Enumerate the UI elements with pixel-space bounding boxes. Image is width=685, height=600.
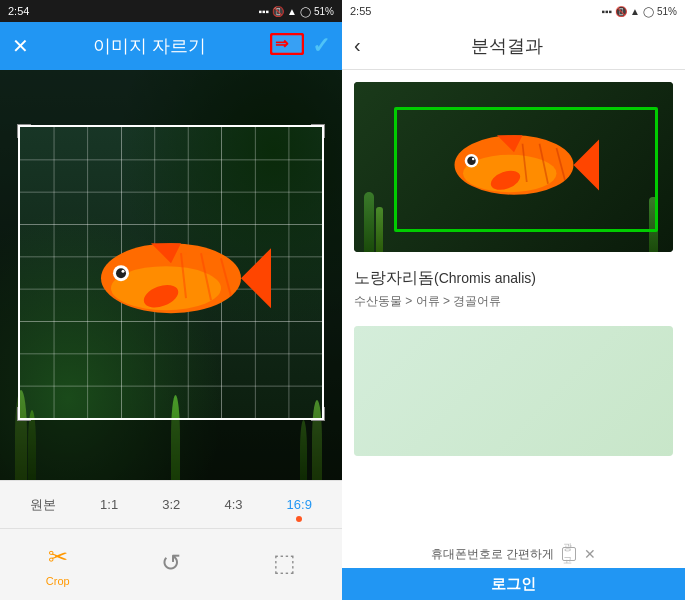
crop-tool-label: Crop [46, 575, 70, 587]
overlay-right [324, 125, 342, 420]
page-title-right: 분석결과 [377, 34, 637, 58]
confirm-area: ⇒ ✓ [270, 33, 330, 59]
back-button[interactable]: ‹ [354, 34, 361, 57]
top-bar-right: ‹ 분석결과 [342, 22, 685, 70]
confirm-button[interactable]: ✓ [312, 33, 330, 59]
svg-point-8 [116, 268, 126, 278]
overlay-top [0, 70, 342, 125]
bottom-toolbar-left: ✂ Crop ↺ ⬚ [0, 528, 342, 600]
crop-handle-bl[interactable] [17, 407, 31, 421]
status-bar-right: 2:55 ▪▪▪ 📵 ▲ ◯ 51% [342, 0, 685, 22]
svg-point-9 [122, 270, 125, 273]
ad-close-button[interactable]: ✕ [584, 546, 596, 562]
fish-svg [71, 228, 271, 328]
ad-top-bar: 휴대폰번호로 간편하게 광고 ✕ [342, 540, 685, 568]
page-title-left: 이미지 자르기 [93, 34, 206, 58]
close-button[interactable]: ✕ [12, 34, 29, 58]
svg-text:⇒: ⇒ [275, 35, 289, 52]
ratio-original[interactable]: 원본 [24, 492, 62, 518]
ratio-16-9[interactable]: 16:9 [281, 493, 318, 516]
ratio-1-1[interactable]: 1:1 [94, 493, 124, 516]
grid-line-h1 [20, 224, 322, 225]
flip-tool[interactable]: ⬚ [273, 549, 296, 581]
ad-banner: 휴대폰번호로 간편하게 광고 ✕ 로그인 [342, 540, 685, 600]
left-panel: 2:54 ▪▪▪ 📵 ▲ ◯ 51% ✕ 이미지 자르기 ⇒ ✓ [0, 0, 342, 600]
time-left: 2:54 [8, 5, 29, 17]
ratio-3-2[interactable]: 3:2 [156, 493, 186, 516]
ratio-bar: 원본 1:1 3:2 4:3 16:9 [0, 480, 342, 528]
seaweed-1 [364, 192, 374, 252]
overlay-left [0, 125, 18, 420]
overlay-bottom [0, 420, 342, 480]
ad-text: 휴대폰번호로 간편하게 [431, 546, 554, 563]
ratio-4-3[interactable]: 4:3 [218, 493, 248, 516]
fish-name: 노랑자리돔(Chromis analis) [354, 268, 673, 289]
arrow-icon: ⇒ [270, 33, 304, 55]
seaweed-2 [376, 207, 383, 252]
rotate-icon: ↺ [161, 549, 181, 577]
crop-handle-tr[interactable] [311, 124, 325, 138]
fish-taxonomy: 수산동물 > 어류 > 경골어류 [354, 293, 673, 310]
reference-fish-image [354, 326, 673, 456]
flip-icon: ⬚ [273, 549, 296, 577]
right-content[interactable]: 노랑자리돔(Chromis analis) 수산동물 > 어류 > 경골어류 [342, 70, 685, 540]
right-panel: 2:55 ▪▪▪ 📵 ▲ ◯ 51% ‹ 분석결과 [342, 0, 685, 600]
crop-handle-br[interactable] [311, 407, 325, 421]
status-bar-left: 2:54 ▪▪▪ 📵 ▲ ◯ 51% [0, 0, 342, 22]
status-icons-left: ▪▪▪ 📵 ▲ ◯ 51% [258, 6, 334, 17]
ad-label-box: 광고 [562, 547, 576, 561]
rotate-tool[interactable]: ↺ [161, 549, 181, 581]
analysis-image [354, 82, 673, 252]
fish-info: 노랑자리돔(Chromis analis) 수산동물 > 어류 > 경골어류 [354, 268, 673, 310]
ad-label: 광고 [563, 541, 575, 567]
time-right: 2:55 [350, 5, 371, 17]
crop-handle-tl[interactable] [17, 124, 31, 138]
crop-tool[interactable]: ✂ Crop [46, 543, 70, 587]
crop-image-area[interactable] [0, 70, 342, 480]
detection-box [394, 107, 658, 232]
svg-marker-3 [241, 248, 271, 308]
top-bar-left: ✕ 이미지 자르기 ⇒ ✓ [0, 22, 342, 70]
status-icons-right: ▪▪▪ 📵 ▲ ◯ 51% [601, 6, 677, 17]
crop-icon: ✂ [48, 543, 68, 571]
fish-in-crop [71, 228, 271, 332]
arrow-hint: ⇒ [270, 33, 304, 59]
login-button[interactable]: 로그인 [342, 568, 685, 600]
